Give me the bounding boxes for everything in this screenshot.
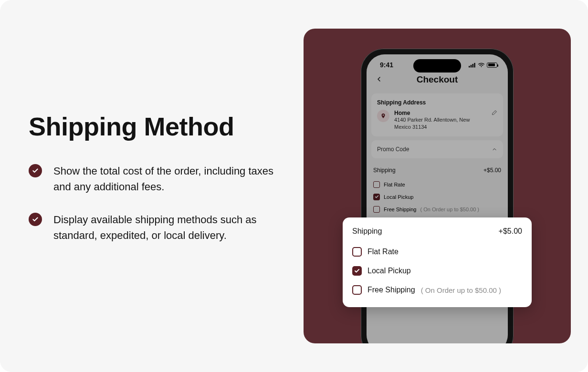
bullet-text: Display available shipping methods such … — [53, 212, 278, 243]
address-line: 4140 Parker Rd. Allentown, New Mexico 31… — [394, 116, 486, 131]
slide-heading: Shipping Method — [29, 112, 286, 141]
app-header: Checkout — [367, 72, 508, 91]
bullet-item: Display available shipping methods such … — [29, 212, 286, 243]
section-label: Shipping Address — [377, 99, 497, 106]
shipping-address-card: Shipping Address Home 4140 Parker Rd. Al… — [371, 93, 503, 136]
mockup-stage: 9:41 Checkout Ship — [304, 29, 571, 343]
shipping-block: Shipping +$5.00 Flat Rate Local Pickup — [371, 162, 503, 216]
address-body: Home 4140 Parker Rd. Allentown, New Mexi… — [394, 110, 486, 131]
checkbox-checked-icon — [373, 194, 380, 200]
check-icon — [29, 164, 42, 177]
check-icon — [29, 213, 42, 226]
mockup-column: 9:41 Checkout Ship — [286, 0, 588, 372]
screen-title: Checkout — [417, 74, 458, 85]
chevron-left-icon — [375, 75, 383, 83]
promo-label: Promo Code — [377, 146, 409, 153]
battery-icon — [487, 62, 497, 68]
address-name: Home — [394, 110, 486, 116]
option-free-shipping[interactable]: Free Shipping ( On Order up to $50.00 ) — [371, 203, 503, 216]
shipping-price: +$5.00 — [483, 167, 501, 174]
wifi-icon — [478, 62, 485, 68]
option-note: ( On Order up to $50.00 ) — [421, 286, 501, 294]
feature-slide: Shipping Method Show the total cost of t… — [0, 0, 588, 372]
option-label: Free Shipping — [368, 286, 415, 294]
callout-shipping-label: Shipping — [352, 227, 382, 236]
status-icons — [469, 62, 497, 68]
checkbox-icon — [373, 206, 380, 213]
callout-header: Shipping +$5.00 — [352, 227, 522, 236]
svg-rect-3 — [474, 62, 475, 67]
option-label: Local Pickup — [384, 194, 413, 200]
option-label: Local Pickup — [368, 267, 411, 275]
svg-rect-2 — [472, 64, 474, 68]
option-label: Free Shipping — [384, 207, 417, 212]
option-label: Flat Rate — [368, 248, 399, 256]
option-note: ( On Order up to $50.00 ) — [420, 207, 480, 212]
signal-icon — [469, 62, 476, 68]
checkbox-icon — [352, 247, 362, 257]
bullet-text: Show the total cost of the order, includ… — [53, 163, 278, 195]
callout-option-local-pickup[interactable]: Local Pickup — [352, 261, 522, 280]
callout-option-flat-rate[interactable]: Flat Rate — [352, 242, 522, 261]
checkbox-checked-icon — [352, 266, 362, 276]
address-row[interactable]: Home 4140 Parker Rd. Allentown, New Mexi… — [377, 110, 497, 131]
svg-rect-0 — [469, 66, 470, 67]
bullet-item: Show the total cost of the order, includ… — [29, 163, 286, 195]
copy-column: Shipping Method Show the total cost of t… — [0, 0, 286, 372]
option-flat-rate[interactable]: Flat Rate — [371, 178, 503, 191]
pencil-icon — [491, 110, 497, 116]
shipping-label: Shipping — [373, 167, 396, 174]
svg-rect-1 — [471, 65, 472, 67]
edit-address-button[interactable] — [491, 110, 497, 118]
checkbox-icon — [373, 181, 380, 188]
promo-code-row[interactable]: Promo Code — [371, 140, 503, 158]
chevron-up-icon — [492, 146, 497, 152]
shipping-callout-card: Shipping +$5.00 Flat Rate Local Pickup F… — [343, 217, 532, 307]
location-pin-icon — [377, 110, 389, 122]
option-local-pickup[interactable]: Local Pickup — [371, 191, 503, 203]
shipping-header: Shipping +$5.00 — [371, 162, 503, 178]
option-label: Flat Rate — [384, 182, 405, 187]
phone-notch — [413, 59, 461, 72]
back-button[interactable] — [374, 74, 384, 84]
status-time: 9:41 — [380, 61, 393, 69]
callout-option-free-shipping[interactable]: Free Shipping ( On Order up to $50.00 ) — [352, 280, 522, 300]
checkbox-icon — [352, 285, 362, 295]
callout-shipping-price: +$5.00 — [499, 227, 522, 236]
